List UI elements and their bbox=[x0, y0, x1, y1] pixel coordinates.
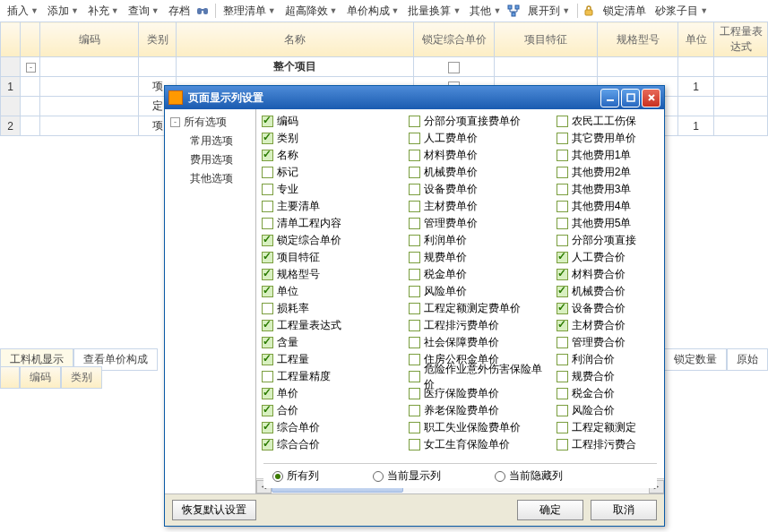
checkbox-icon[interactable] bbox=[262, 439, 273, 450]
column-option[interactable]: 利润合价 bbox=[557, 351, 659, 368]
checkbox-icon[interactable] bbox=[262, 320, 273, 331]
checkbox-icon[interactable] bbox=[262, 286, 273, 297]
column-option[interactable]: 机械费单价 bbox=[409, 164, 545, 181]
column-option[interactable]: 管理费合价 bbox=[557, 334, 659, 351]
table-row[interactable]: -整个项目 bbox=[1, 57, 768, 77]
column-option[interactable]: 工程排污费单价 bbox=[409, 317, 545, 334]
column-option[interactable]: 女工生育保险单价 bbox=[409, 436, 545, 453]
checkbox-icon[interactable] bbox=[262, 218, 273, 229]
column-option[interactable]: 设备费单价 bbox=[409, 181, 545, 198]
checkbox-icon[interactable] bbox=[409, 201, 420, 212]
tb-mortar[interactable]: 砂浆子目▼ bbox=[652, 2, 712, 21]
checkbox-icon[interactable] bbox=[557, 201, 568, 212]
checkbox-icon[interactable] bbox=[262, 235, 273, 246]
tree-cell[interactable] bbox=[21, 97, 40, 116]
checkbox-icon[interactable] bbox=[262, 133, 273, 144]
checkbox-icon[interactable] bbox=[557, 218, 568, 229]
tree-cell[interactable]: - bbox=[21, 77, 40, 97]
checkbox-icon[interactable] bbox=[557, 184, 568, 195]
checkbox-icon[interactable] bbox=[409, 439, 420, 450]
checkbox-icon[interactable] bbox=[557, 388, 568, 399]
tree-root[interactable]: - 所有选项 bbox=[167, 113, 254, 132]
checkbox-icon[interactable] bbox=[409, 337, 420, 348]
checkbox-icon[interactable] bbox=[262, 354, 273, 365]
cell-unit[interactable]: 1 bbox=[678, 116, 714, 136]
column-option[interactable]: 管理费单价 bbox=[409, 215, 545, 232]
cell-code[interactable] bbox=[40, 57, 139, 77]
checkbox-icon[interactable] bbox=[409, 422, 420, 433]
checkbox-icon[interactable] bbox=[409, 286, 420, 297]
checkbox-icon[interactable] bbox=[557, 167, 568, 178]
column-option[interactable]: 利润单价 bbox=[409, 232, 545, 249]
col-class[interactable]: 类别 bbox=[139, 22, 177, 57]
column-option[interactable]: 主要清单 bbox=[262, 198, 398, 215]
checkbox-icon[interactable] bbox=[557, 150, 568, 161]
column-option[interactable]: 类别 bbox=[262, 130, 398, 147]
checkbox-icon[interactable] bbox=[409, 133, 420, 144]
checkbox-icon[interactable] bbox=[409, 371, 420, 382]
cell-expr[interactable] bbox=[714, 97, 768, 116]
cell-unit[interactable] bbox=[678, 57, 714, 77]
checkbox-icon[interactable] bbox=[409, 354, 420, 365]
checkbox-icon[interactable] bbox=[262, 303, 273, 314]
tree-other[interactable]: 其他选项 bbox=[167, 169, 254, 188]
checkbox-icon[interactable] bbox=[557, 354, 568, 365]
cell-expr[interactable] bbox=[714, 77, 768, 97]
tb-other[interactable]: 其他▼ bbox=[466, 2, 505, 21]
column-option[interactable]: 工程排污费合 bbox=[557, 436, 659, 453]
tree-common[interactable]: 常用选项 bbox=[167, 132, 254, 150]
column-option[interactable]: 材料费单价 bbox=[409, 147, 545, 164]
column-option[interactable]: 人工费单价 bbox=[409, 130, 545, 147]
checkbox-icon[interactable] bbox=[262, 252, 273, 263]
radio-shown[interactable]: 当前显示列 bbox=[373, 468, 441, 484]
cell-unit[interactable] bbox=[678, 97, 714, 116]
col-feature[interactable]: 项目特征 bbox=[495, 22, 598, 57]
radio-all[interactable]: 所有列 bbox=[272, 468, 319, 484]
col-lock[interactable]: 锁定综合单价 bbox=[414, 22, 495, 57]
tb-query[interactable]: 查询▼ bbox=[125, 2, 163, 21]
column-option[interactable]: 规费单价 bbox=[409, 249, 545, 266]
column-option[interactable]: 机械费合价 bbox=[557, 283, 659, 300]
column-option[interactable]: 其它费用单价 bbox=[557, 130, 659, 147]
lock-checkbox[interactable] bbox=[448, 62, 460, 73]
cell-unit[interactable]: 1 bbox=[678, 77, 714, 97]
cell-expr[interactable] bbox=[714, 57, 768, 77]
checkbox-icon[interactable] bbox=[262, 167, 273, 178]
checkbox-icon[interactable] bbox=[262, 150, 273, 161]
checkbox-icon[interactable] bbox=[409, 252, 420, 263]
cell-code[interactable] bbox=[40, 77, 139, 97]
checkbox-icon[interactable] bbox=[409, 388, 420, 399]
column-option[interactable]: 锁定综合单价 bbox=[262, 232, 398, 249]
checkbox-icon[interactable] bbox=[557, 371, 568, 382]
col-unit[interactable]: 单位 bbox=[678, 22, 714, 57]
binoculars-icon[interactable] bbox=[195, 4, 210, 18]
column-option[interactable]: 标记 bbox=[262, 164, 398, 181]
column-option[interactable]: 单位 bbox=[262, 283, 398, 300]
column-option[interactable]: 其他费用4单 bbox=[557, 198, 659, 215]
checkbox-icon[interactable] bbox=[262, 422, 273, 433]
checkbox-icon[interactable] bbox=[557, 337, 568, 348]
checkbox-icon[interactable] bbox=[262, 269, 273, 280]
tb-batch[interactable]: 批量换算▼ bbox=[404, 2, 464, 21]
maximize-button[interactable] bbox=[621, 89, 640, 107]
column-option[interactable]: 工程定额测定 bbox=[557, 419, 659, 436]
dialog-titlebar[interactable]: 页面显示列设置 bbox=[165, 86, 664, 109]
column-option[interactable]: 主材费合价 bbox=[557, 317, 659, 334]
checkbox-icon[interactable] bbox=[557, 422, 568, 433]
column-option[interactable]: 损耗率 bbox=[262, 300, 398, 317]
column-option[interactable]: 风险合价 bbox=[557, 402, 659, 419]
column-option[interactable]: 职工失业保险费单价 bbox=[409, 419, 545, 436]
checkbox-icon[interactable] bbox=[557, 269, 568, 280]
tb-supply[interactable]: 补充▼ bbox=[84, 2, 123, 21]
bh-class[interactable]: 类别 bbox=[61, 366, 102, 389]
column-option[interactable]: 综合单价 bbox=[262, 419, 398, 436]
checkbox-icon[interactable] bbox=[262, 405, 273, 416]
checkbox-icon[interactable] bbox=[557, 252, 568, 263]
tb-archive[interactable]: 存档 bbox=[165, 2, 194, 21]
tb-add[interactable]: 添加▼ bbox=[44, 2, 82, 21]
checkbox-icon[interactable] bbox=[262, 184, 273, 195]
column-option[interactable]: 单价 bbox=[262, 385, 398, 402]
cell-code[interactable] bbox=[40, 97, 139, 116]
close-button[interactable] bbox=[642, 89, 660, 107]
column-option[interactable]: 项目特征 bbox=[262, 249, 398, 266]
